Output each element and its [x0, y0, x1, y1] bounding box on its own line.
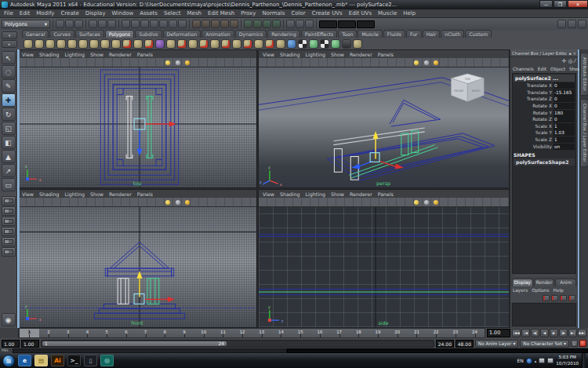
side-view-canvas[interactable]: y z side [259, 207, 509, 327]
uv-editor-icon[interactable] [342, 39, 351, 49]
shelf-arrows-icon[interactable]: ▸ [2, 40, 17, 48]
auto-keyframe-icon[interactable] [579, 340, 586, 347]
menu-item[interactable]: Create [60, 10, 78, 16]
close-button[interactable]: ✕ [568, 0, 588, 8]
shelf-tab[interactable]: Surfaces [75, 30, 104, 38]
combine-icon[interactable] [166, 39, 176, 49]
viewport-menu-item[interactable]: View [263, 191, 274, 197]
poly-pipe-icon[interactable] [111, 39, 121, 49]
frame-tick[interactable]: 17 [329, 329, 349, 337]
shelf-tab[interactable]: Subdivs [135, 30, 162, 38]
channel-value-field[interactable]: 1 [554, 123, 575, 129]
windows-explorer-icon[interactable]: ▤ [34, 355, 48, 366]
mask-misc-icon[interactable] [178, 20, 187, 28]
shelf-tab[interactable]: Deformation [163, 30, 201, 38]
device-manager-icon[interactable]: ▯ [84, 355, 97, 366]
sculpt-surfaces-tool-icon[interactable]: ◉ [2, 313, 16, 326]
viewport-menu-item[interactable]: Lighting [306, 52, 325, 57]
poly-cube-icon[interactable] [34, 39, 44, 49]
menu-item[interactable]: Select [164, 10, 181, 16]
poly-cylinder-icon[interactable] [45, 39, 55, 49]
channel-value-field[interactable]: 0 [554, 103, 575, 109]
make-live-icon[interactable] [230, 20, 238, 28]
viewport-top[interactable]: ViewShadingLightingShowRendererPanels [17, 49, 257, 188]
last-tool-icon[interactable]: ▭ [2, 178, 16, 191]
range-track[interactable]: 1 24 [41, 340, 434, 348]
shelf-tab[interactable]: nCloth [441, 30, 464, 38]
toggle-channel-box-icon[interactable] [578, 20, 586, 28]
bevel-icon[interactable] [265, 39, 274, 49]
layout-persp-graph-icon[interactable] [2, 227, 16, 236]
clock[interactable]: 5:03 PM 10/7/2010 [556, 355, 579, 366]
construction-history-icon[interactable] [305, 20, 314, 28]
open-render-view-icon[interactable] [244, 20, 252, 28]
select-object-icon[interactable] [98, 20, 107, 28]
poly-helix-icon[interactable] [122, 39, 132, 49]
mask-rendering-icon[interactable] [169, 20, 177, 28]
toggle-attribute-editor-icon[interactable] [568, 20, 576, 28]
shelf-tab[interactable]: Fluids [383, 30, 405, 38]
front-view-canvas[interactable]: x y front [18, 207, 256, 327]
mask-dynamics-icon[interactable] [159, 20, 168, 28]
channel-object-name[interactable]: polySurface2 ... [514, 75, 575, 82]
frame-tick[interactable]: 22 [426, 329, 446, 337]
poly-soccer-ball-icon[interactable] [133, 39, 143, 49]
step-forward-key-button[interactable]: ▶| [568, 329, 577, 337]
show-hotbox-icon[interactable] [557, 20, 566, 28]
playback-start-field[interactable]: 1.00 [21, 340, 39, 348]
snap-grid-icon[interactable] [192, 20, 201, 28]
range-bar[interactable]: 1 24 [42, 341, 227, 346]
menu-set-selector[interactable]: Polygons ▾ [2, 20, 50, 28]
frame-tick[interactable]: 18 [349, 329, 368, 337]
soft-modification-icon[interactable]: ▲ [2, 150, 16, 163]
frame-tick[interactable]: 8 [155, 329, 175, 337]
viewport-toolbar[interactable] [18, 198, 256, 207]
layer-menu-item[interactable]: Layers [513, 288, 528, 293]
step-forward-frame-button[interactable]: |▶ [559, 329, 568, 337]
layer-editor-tab[interactable]: Anim [555, 279, 576, 286]
move-tool-icon[interactable]: ✚ [2, 93, 16, 107]
snap-curve-icon[interactable] [201, 20, 210, 28]
layout-persp-outliner-icon[interactable] [2, 217, 16, 226]
viewport-toolbar[interactable] [259, 198, 509, 207]
top-view-canvas[interactable]: x z top [18, 67, 256, 188]
close-icon[interactable]: ✕ [573, 51, 576, 56]
render-current-frame-icon[interactable] [253, 20, 262, 28]
frame-tick[interactable]: 24 [465, 329, 485, 337]
texture-toggle-icon[interactable] [176, 60, 180, 65]
snap-point-icon[interactable] [211, 20, 220, 28]
mask-curves-icon[interactable] [131, 20, 140, 28]
viewport-menu-item[interactable]: Show [90, 52, 103, 57]
menu-item[interactable]: Muscle [378, 10, 397, 16]
output-connections-icon[interactable] [296, 20, 304, 28]
minimize-button[interactable]: — [539, 0, 553, 8]
layer-menu-item[interactable]: Help [554, 288, 564, 293]
shelf-tab[interactable]: Hair [423, 30, 441, 38]
sculpt-geometry-icon[interactable] [287, 39, 296, 49]
channel-box-menu-item[interactable]: Object [550, 67, 565, 71]
ipr-render-icon[interactable] [263, 20, 271, 28]
select-component-icon[interactable] [107, 20, 116, 28]
lasso-select-tool-icon[interactable]: ◌ [2, 65, 16, 78]
default-light-icon[interactable] [185, 200, 190, 205]
coordinate-input[interactable] [338, 20, 356, 28]
viewport-menu-item[interactable]: Shading [39, 52, 60, 57]
viewport-menu-item[interactable]: Panels [378, 52, 394, 57]
save-scene-icon[interactable] [74, 20, 83, 28]
default-light-icon[interactable] [434, 60, 438, 65]
tray-expand-icon[interactable]: ▴ [535, 359, 537, 363]
menu-item[interactable]: Edit [20, 10, 31, 16]
sidebar-vertical-tab[interactable]: Channel Box / Layer Editor [580, 99, 588, 167]
shelf-tab[interactable]: Custom [465, 30, 492, 38]
texture-toggle-icon[interactable] [424, 200, 429, 205]
frame-tick[interactable]: 7 [136, 329, 155, 337]
open-scene-icon[interactable] [65, 20, 74, 28]
viewport-menu-item[interactable]: Shading [39, 191, 60, 197]
viewport-menu-item[interactable]: Show [331, 52, 344, 57]
quad-draw-icon[interactable] [353, 39, 362, 49]
viewport-menu-item[interactable]: Shading [280, 52, 300, 57]
frame-tick[interactable]: 9 [175, 329, 194, 337]
viewport-menu-item[interactable]: Show [90, 191, 103, 197]
new-layer-icon[interactable] [551, 295, 558, 301]
time-ruler[interactable]: 123456789101112131415161718192021222324 [19, 328, 485, 338]
